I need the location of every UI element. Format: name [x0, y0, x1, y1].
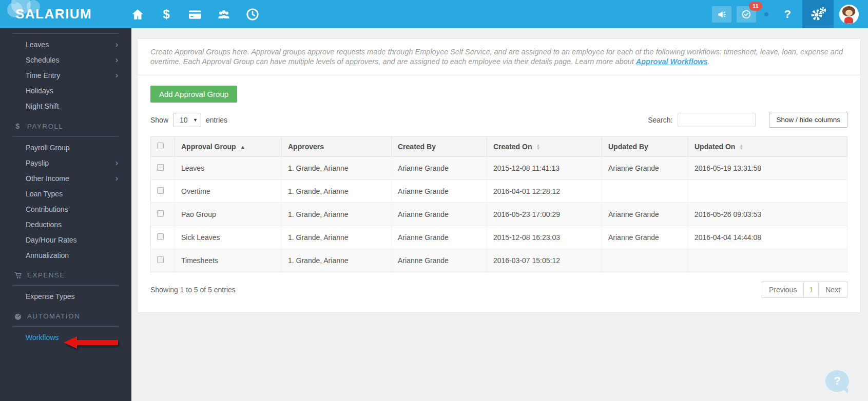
sidebar-item-label: Workflows	[26, 333, 59, 342]
status-dot	[764, 12, 768, 16]
cell-updated-on	[688, 249, 847, 272]
previous-page-button[interactable]: Previous	[762, 282, 804, 298]
employees-icon[interactable]	[217, 8, 230, 21]
row-checkbox[interactable]	[157, 210, 164, 217]
sidebar-item-label: Day/Hour Rates	[26, 236, 77, 244]
notification-badge: 11	[749, 2, 762, 11]
search-label: Search:	[648, 116, 672, 124]
cell-approval-group: Timesheets	[175, 249, 282, 272]
sidebar-item-schedules[interactable]: Schedules ›	[0, 52, 131, 68]
sidebar-item-annualization[interactable]: Annualization	[0, 248, 131, 263]
user-avatar[interactable]	[839, 5, 859, 24]
announcements-button[interactable]	[712, 6, 731, 23]
cell-approvers: 1. Grande, Arianne	[282, 157, 392, 180]
help-icon[interactable]: ?	[784, 8, 791, 21]
help-bubble-button[interactable]: ?	[825, 370, 849, 392]
header-label: Approval Group	[181, 143, 236, 151]
chevron-right-icon: ›	[115, 175, 118, 182]
cell-created-on: 2015-12-08 11:41:13	[487, 157, 602, 180]
entries-label: entries	[206, 116, 227, 124]
header-approval-group[interactable]: Approval Group▲	[175, 137, 282, 157]
sidebar-item-leaves[interactable]: Leaves ›	[0, 37, 131, 52]
row-checkbox-cell	[151, 249, 175, 272]
app-logo[interactable]: SALARIUM	[0, 6, 131, 22]
sidebar-item-holidays[interactable]: Holidays	[0, 83, 131, 98]
approval-workflows-link[interactable]: Approval Workflows	[636, 57, 708, 66]
sidebar-item-payroll-group[interactable]: Payroll Group	[0, 140, 131, 155]
page-1-button[interactable]: 1	[803, 282, 819, 298]
show-label: Show	[150, 116, 168, 124]
cell-approvers: 1. Grande, Arianne	[282, 249, 392, 272]
sidebar-section-label: EXPENSE	[27, 271, 65, 279]
sidebar-item-night-shift[interactable]: Night Shift	[0, 98, 131, 114]
cell-approvers: 1. Grande, Arianne	[282, 180, 392, 203]
search-input[interactable]	[678, 113, 756, 127]
settings-button-active[interactable]	[802, 0, 834, 28]
sidebar-item-payslip[interactable]: Payslip ›	[0, 155, 131, 171]
sidebar-item-label: Contributions	[26, 205, 68, 213]
payroll-dollar-icon[interactable]: $	[160, 8, 173, 21]
header-created-on[interactable]: Created On▲▼	[487, 137, 602, 157]
header-updated-by[interactable]: Updated By	[602, 137, 688, 157]
sidebar-section-payroll: $ PAYROLL	[0, 114, 131, 132]
sidebar-item-label: Deductions	[26, 220, 62, 229]
avatar-dress	[844, 17, 853, 24]
sidebar-divider	[13, 285, 119, 286]
sidebar-item-deductions[interactable]: Deductions	[0, 217, 131, 232]
sort-asc-icon: ▲	[240, 144, 246, 150]
row-checkbox-cell	[151, 203, 175, 226]
select-all-header[interactable]	[151, 137, 175, 157]
row-checkbox[interactable]	[157, 187, 164, 194]
row-checkbox[interactable]	[157, 233, 164, 240]
sidebar-divider	[13, 33, 119, 34]
add-approval-group-button[interactable]: Add Approval Group	[150, 86, 237, 103]
chevron-right-icon: ›	[115, 41, 118, 48]
row-checkbox[interactable]	[157, 256, 164, 263]
sidebar-item-time-entry[interactable]: Time Entry ›	[0, 68, 131, 83]
approval-groups-table: Approval Group▲ Approvers Created By Cre…	[150, 136, 847, 272]
sidebar-item-contributions[interactable]: Contributions	[0, 202, 131, 217]
show-hide-columns-button[interactable]: Show / hide columns	[769, 112, 847, 128]
sidebar-divider	[13, 136, 119, 137]
time-approvals-button[interactable]: 11	[737, 6, 756, 23]
sidebar-item-other-income[interactable]: Other Income ›	[0, 171, 131, 186]
sidebar-item-label: Night Shift	[26, 102, 59, 110]
select-all-checkbox[interactable]	[157, 143, 164, 149]
row-checkbox[interactable]	[157, 164, 164, 171]
payment-card-icon[interactable]	[188, 8, 202, 21]
page-size-value: 10	[180, 116, 188, 124]
sort-both-icon: ▲▼	[536, 144, 540, 150]
sidebar-item-label: Annualization	[26, 251, 69, 259]
sidebar-item-expense-types[interactable]: Expense Types	[0, 289, 131, 304]
next-page-button[interactable]: Next	[818, 282, 847, 298]
cell-created-by: Arianne Grande	[392, 249, 487, 272]
sidebar-section-label: AUTOMATION	[27, 312, 80, 320]
avatar-face	[845, 10, 853, 16]
page-size-select[interactable]: 10 ▼	[173, 113, 201, 127]
cell-approvers: 1. Grande, Arianne	[282, 226, 392, 249]
header-approvers[interactable]: Approvers	[282, 137, 392, 157]
sidebar-item-day-hour-rates[interactable]: Day/Hour Rates	[0, 232, 131, 248]
cloud-logo-icon	[11, 0, 16, 4]
home-icon[interactable]	[131, 8, 144, 21]
top-navigation-bar: SALARIUM $ 11 ?	[0, 0, 868, 28]
cell-approval-group: Overtime	[175, 180, 282, 203]
cell-updated-on: 2016-05-19 13:31:58	[688, 157, 847, 180]
cell-updated-on	[688, 180, 847, 203]
main-content: Create Approval Groups here. Approval gr…	[131, 28, 868, 401]
megaphone-icon	[717, 9, 727, 19]
showing-entries-text: Showing 1 to 5 of 5 entries	[150, 286, 236, 294]
time-clock-icon[interactable]	[246, 8, 259, 21]
header-created-by[interactable]: Created By	[392, 137, 487, 157]
row-checkbox-cell	[151, 226, 175, 249]
header-label: Created By	[398, 143, 436, 151]
sidebar-section-automation: AUTOMATION	[0, 304, 131, 322]
cell-created-by: Arianne Grande	[392, 157, 487, 180]
cell-approval-group: Pao Group	[175, 203, 282, 226]
select-arrow-icon: ▼	[193, 117, 198, 123]
chevron-right-icon: ›	[115, 72, 118, 79]
header-updated-on[interactable]: Updated On▲▼	[688, 137, 847, 157]
sidebar-item-loan-types[interactable]: Loan Types	[0, 186, 131, 202]
panel-description: Create Approval Groups here. Approval gr…	[138, 39, 860, 75]
cell-created-on: 2016-03-07 15:05:12	[487, 249, 602, 272]
